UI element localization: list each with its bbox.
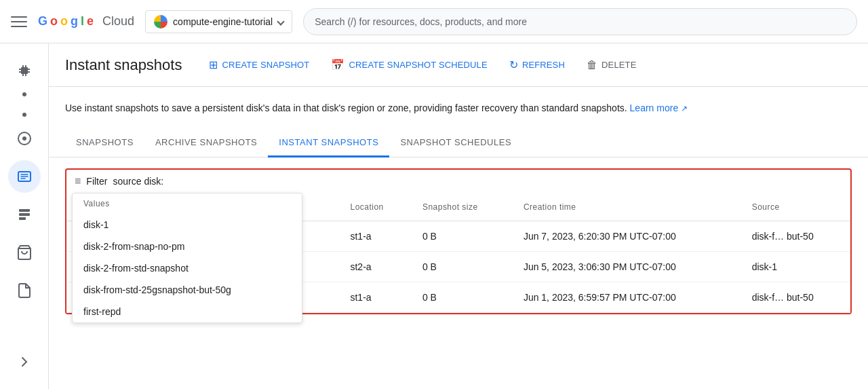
row-0-source: disk-f… but-50 xyxy=(741,221,850,252)
row-1-creation: Jun 5, 2023, 3:06:30 PM UTC-07:00 xyxy=(513,252,741,282)
external-link-icon: ↗ xyxy=(681,104,688,113)
search-placeholder: Search (/) for resources, docs, products… xyxy=(315,16,527,27)
tab-instant[interactable]: INSTANT SNAPSHOTS xyxy=(268,129,389,158)
refresh-button[interactable]: ↻ REFRESH xyxy=(504,54,570,75)
row-2-creation: Jun 1, 2023, 6:59:57 PM UTC-07:00 xyxy=(513,282,741,313)
delete-label: DELETE xyxy=(601,60,636,70)
dropdown-item-4[interactable]: first-repd xyxy=(73,301,302,322)
chevron-down-icon xyxy=(277,18,285,25)
svg-rect-3 xyxy=(22,74,24,76)
tab-archive[interactable]: ARCHIVE SNAPSHOTS xyxy=(144,129,268,158)
svg-rect-13 xyxy=(19,213,30,216)
svg-rect-0 xyxy=(21,67,28,74)
sidebar-dot-1 xyxy=(22,92,26,96)
sidebar-dot-2 xyxy=(22,113,26,117)
row-0-creation: Jun 7, 2023, 6:20:30 PM UTC-07:00 xyxy=(513,221,741,252)
svg-rect-12 xyxy=(19,209,30,212)
filter-label: Filter xyxy=(86,176,107,187)
tab-snapshots[interactable]: SNAPSHOTS xyxy=(65,129,144,158)
create-schedule-label: CREATE SNAPSHOT SCHEDULE xyxy=(349,60,488,70)
sidebar-icon-cpu[interactable] xyxy=(8,54,41,87)
row-0-size: 0 B xyxy=(412,221,513,252)
create-snapshot-button[interactable]: ⊞ CREATE SNAPSHOT xyxy=(203,54,315,75)
project-selector[interactable]: compute-engine-tutorial xyxy=(145,10,292,33)
create-snapshot-icon: ⊞ xyxy=(209,58,218,71)
create-schedule-icon: 📅 xyxy=(331,58,344,71)
app-layout: Instant snapshots ⊞ CREATE SNAPSHOT 📅 CR… xyxy=(0,43,868,389)
svg-rect-8 xyxy=(28,71,30,73)
table-area: ≡ Filter Values disk-1 disk-2-from-snap-… xyxy=(49,158,868,325)
project-icon xyxy=(154,15,167,29)
create-schedule-button[interactable]: 📅 CREATE SNAPSHOT SCHEDULE xyxy=(326,54,492,75)
row-0-location: st1-a xyxy=(339,221,411,252)
dropdown-item-3[interactable]: disk-from-std-25gsnapshot-but-50g xyxy=(73,279,302,301)
delete-button[interactable]: 🗑 DELETE xyxy=(581,55,642,75)
row-2-source: disk-f… but-50 xyxy=(741,282,850,313)
col-header-creation: Creation time xyxy=(513,193,741,221)
sidebar-icon-database[interactable] xyxy=(8,198,41,231)
svg-rect-7 xyxy=(28,69,30,70)
create-snapshot-label: CREATE SNAPSHOT xyxy=(222,60,310,70)
project-name: compute-engine-tutorial xyxy=(173,16,273,27)
sidebar-icon-cart[interactable] xyxy=(8,236,41,269)
svg-rect-14 xyxy=(19,217,26,220)
description-text: Use instant snapshots to save a persiste… xyxy=(65,103,627,113)
tab-schedules[interactable]: SNAPSHOT SCHEDULES xyxy=(389,129,522,158)
row-2-location: st1-a xyxy=(339,282,411,313)
tabs-bar: SNAPSHOTS ARCHIVE SNAPSHOTS INSTANT SNAP… xyxy=(49,129,868,158)
filter-input[interactable] xyxy=(113,176,842,187)
sidebar-icon-doc[interactable] xyxy=(8,274,41,307)
row-1-size: 0 B xyxy=(412,252,513,282)
delete-icon: 🗑 xyxy=(587,59,597,71)
row-1-source: disk-1 xyxy=(741,252,850,282)
sidebar-expand[interactable] xyxy=(8,346,41,378)
filter-dropdown: Values disk-1 disk-2-from-snap-no-pm dis… xyxy=(72,193,302,323)
dropdown-item-0[interactable]: disk-1 xyxy=(73,214,302,236)
filter-row: ≡ Filter xyxy=(66,170,850,193)
page-title: Instant snapshots xyxy=(65,56,182,74)
hamburger-menu[interactable] xyxy=(11,14,27,30)
col-header-location: Location xyxy=(339,193,411,221)
svg-rect-1 xyxy=(22,65,24,67)
dropdown-header: Values xyxy=(73,193,302,214)
refresh-label: REFRESH xyxy=(522,60,565,70)
page-header: Instant snapshots ⊞ CREATE SNAPSHOT 📅 CR… xyxy=(49,43,868,87)
svg-point-10 xyxy=(22,136,26,141)
row-1-location: st2-a xyxy=(339,252,411,282)
refresh-icon: ↻ xyxy=(509,58,518,71)
svg-rect-6 xyxy=(19,71,21,73)
sidebar-icon-disk[interactable] xyxy=(8,122,41,155)
sidebar-icon-snapshot[interactable] xyxy=(8,160,41,193)
main-content: Instant snapshots ⊞ CREATE SNAPSHOT 📅 CR… xyxy=(49,43,868,389)
description: Use instant snapshots to save a persiste… xyxy=(49,87,868,129)
top-nav: Google Cloud compute-engine-tutorial Sea… xyxy=(0,0,868,43)
svg-rect-4 xyxy=(25,74,26,76)
sidebar xyxy=(0,43,49,389)
col-header-size: Snapshot size xyxy=(412,193,513,221)
table-and-dropdown: Values disk-1 disk-2-from-snap-no-pm dis… xyxy=(66,193,850,313)
col-header-source: Source xyxy=(741,193,850,221)
dropdown-item-2[interactable]: disk-2-from-std-snapshot xyxy=(73,257,302,279)
search-bar[interactable]: Search (/) for resources, docs, products… xyxy=(303,8,857,35)
learn-more-link[interactable]: Learn more ↗ xyxy=(630,103,688,113)
svg-rect-5 xyxy=(19,69,21,70)
row-2-size: 0 B xyxy=(412,282,513,313)
filter-icon: ≡ xyxy=(75,175,81,187)
google-logo: Google Cloud xyxy=(38,14,134,29)
svg-rect-2 xyxy=(25,65,26,67)
dropdown-item-1[interactable]: disk-2-from-snap-no-pm xyxy=(73,236,302,257)
